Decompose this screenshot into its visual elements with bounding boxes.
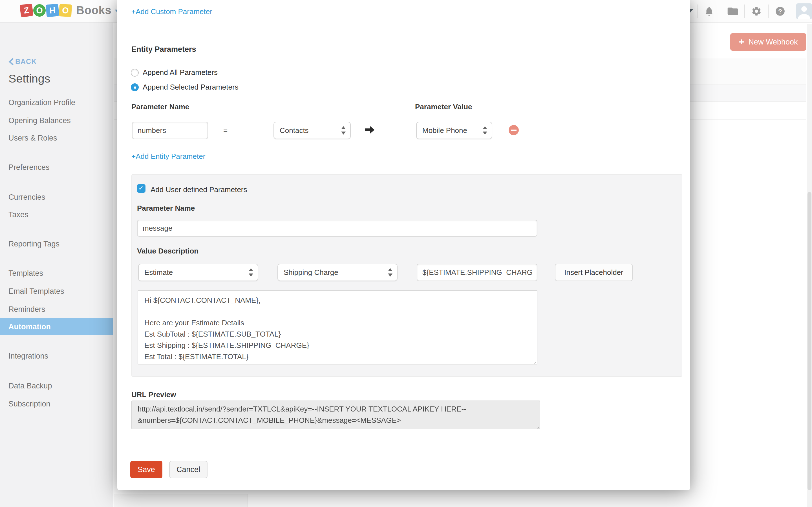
append-selected-label[interactable]: Append Selected Parameters [143, 83, 239, 92]
logo-block-z: Z [19, 3, 33, 17]
settings-gear-icon[interactable] [745, 0, 768, 22]
message-body-textarea[interactable]: Hi ${CONTACT.CONTACT_NAME}, Here are you… [138, 290, 538, 364]
parameter-value-label: Parameter Value [415, 103, 472, 111]
add-custom-parameter-link[interactable]: +Add Custom Parameter [132, 7, 212, 16]
back-link[interactable]: BACK [8, 57, 37, 66]
add-user-defined-label[interactable]: Add User defined Parameters [151, 185, 247, 194]
modal-footer-divider [117, 451, 690, 451]
url-preview-textarea[interactable]: http://api.textlocal.in/send/?sender=TXT… [132, 400, 540, 429]
logo-block-h: H [46, 4, 59, 17]
add-user-defined-checkbox[interactable] [137, 184, 146, 193]
user-avatar[interactable] [796, 3, 812, 19]
append-all-radio[interactable] [131, 69, 139, 76]
documents-folder-icon[interactable] [721, 0, 744, 22]
notifications-bell-icon[interactable] [698, 0, 721, 22]
entity-select-value: Contacts [280, 126, 341, 135]
sidebar-item-taxes[interactable]: Taxes [0, 209, 113, 220]
select-stepper-icon [388, 268, 393, 277]
ud-parameter-name-label: Parameter Name [137, 204, 195, 213]
sidebar-item-subscription[interactable]: Subscription [0, 398, 113, 409]
add-entity-parameter-link[interactable]: +Add Entity Parameter [132, 152, 205, 161]
sidebar-item-users-roles[interactable]: Users & Roles [0, 132, 113, 144]
remove-parameter-icon[interactable] [509, 125, 519, 135]
sidebar-item-reporting-tags[interactable]: Reporting Tags [0, 238, 113, 249]
sidebar-title: Settings [8, 72, 50, 86]
user-defined-parameters-panel: Add User defined Parameters Parameter Na… [132, 174, 682, 377]
new-webhook-button[interactable]: + New Webhook [730, 33, 806, 51]
url-preview-label: URL Preview [132, 390, 176, 399]
entity-select[interactable]: Contacts [273, 122, 351, 139]
help-icon[interactable]: ? [769, 0, 792, 22]
sidebar-item-data-backup[interactable]: Data Backup [0, 380, 113, 392]
page-scrollbar[interactable] [807, 24, 812, 507]
sidebar-item-automation[interactable]: Automation [0, 318, 113, 335]
topbar-icon-group: ? [682, 0, 812, 22]
zoho-books-settings-page: + New Webhook Z O H O Books [0, 0, 812, 507]
sidebar-item-templates[interactable]: Templates [0, 268, 113, 279]
select-stepper-icon [249, 268, 253, 277]
sidebar-item-currencies[interactable]: Currencies [0, 191, 113, 203]
append-selected-radio[interactable] [131, 83, 139, 91]
modal-section-divider [132, 33, 682, 33]
value-description-label: Value Description [137, 247, 199, 256]
ud-parameter-name-input[interactable] [137, 220, 538, 237]
product-name: Books [76, 4, 111, 17]
svg-text:?: ? [778, 8, 782, 15]
insert-placeholder-button[interactable]: Insert Placeholder [555, 264, 633, 281]
ud-entity-select-value: Estimate [144, 268, 249, 277]
select-stepper-icon [341, 126, 346, 135]
parameter-value-select[interactable]: Mobile Phone [416, 122, 492, 139]
sidebar-item-reminders[interactable]: Reminders [0, 304, 113, 315]
arrow-right-icon [364, 125, 375, 135]
webhook-editor-modal: +Add Custom Parameter Entity Parameters … [117, 0, 690, 490]
new-webhook-label: New Webhook [748, 38, 798, 47]
background-bottom-strip [114, 494, 812, 507]
save-button[interactable]: Save [130, 461, 162, 478]
sidebar-item-email-templates[interactable]: Email Templates [0, 286, 113, 297]
sidebar-item-integrations[interactable]: Integrations [0, 350, 113, 362]
zoho-books-logo[interactable]: Z O H O Books [20, 4, 121, 17]
ud-field-select[interactable]: Shipping Charge [277, 264, 398, 281]
sidebar-item-organization-profile[interactable]: Organization Profile [0, 97, 113, 108]
sidebar-item-opening-balances[interactable]: Opening Balances [0, 115, 113, 126]
select-stepper-icon [483, 126, 487, 135]
entity-parameter-name-input[interactable] [132, 122, 208, 139]
chevron-left-icon [8, 58, 13, 65]
plus-icon: + [739, 36, 745, 47]
settings-sidebar: BACK Settings Organization Profile Openi… [0, 22, 113, 507]
scrollbar-thumb[interactable] [808, 192, 811, 490]
append-all-label[interactable]: Append All Parameters [143, 68, 218, 77]
equals-sign: = [223, 126, 227, 135]
parameter-value-select-value: Mobile Phone [422, 126, 483, 135]
background-list-panel [114, 494, 248, 507]
logo-block-o1: O [33, 4, 46, 17]
placeholder-token-input[interactable] [417, 264, 538, 281]
back-label: BACK [15, 57, 37, 66]
parameter-name-label: Parameter Name [132, 103, 189, 111]
topbar-divider [792, 4, 792, 18]
entity-parameters-heading: Entity Parameters [132, 45, 196, 54]
ud-entity-select[interactable]: Estimate [138, 264, 258, 281]
cancel-button[interactable]: Cancel [169, 461, 207, 478]
sidebar-item-preferences[interactable]: Preferences [0, 162, 113, 173]
logo-block-o2: O [59, 4, 72, 17]
ud-field-select-value: Shipping Charge [284, 268, 388, 277]
